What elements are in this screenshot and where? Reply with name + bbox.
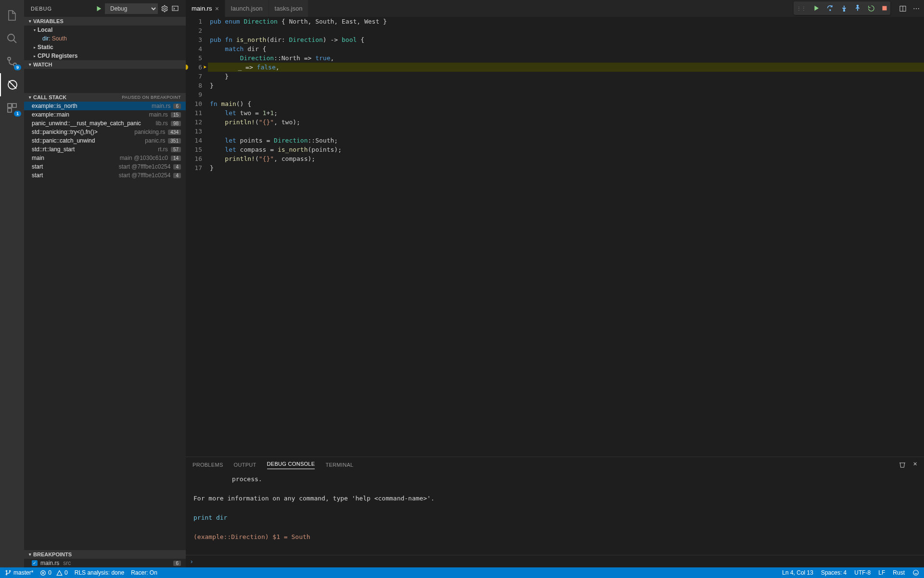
breakpoint-checkbox[interactable]: ✓ [32,560,38,566]
svg-point-14 [913,8,914,9]
callstack-frame[interactable]: std::panicking::try<(),fn()>panicking.rs… [24,128,186,136]
panel-tab-terminal[interactable]: TERMINAL [325,462,353,468]
svg-point-0 [8,34,14,41]
stop-icon[interactable] [882,5,887,11]
svg-rect-8 [172,6,178,10]
step-out-icon[interactable] [854,5,861,12]
gear-icon[interactable] [161,5,168,13]
callstack-frame[interactable]: std::rt::lang_startrt.rs57 [24,145,186,154]
callstack-state: PAUSED ON BREAKPOINT [122,95,181,100]
debug-console-input[interactable]: › [186,555,924,567]
svg-point-16 [918,8,919,9]
section-watch[interactable]: ▾WATCH [24,60,186,69]
svg-point-10 [844,10,845,12]
callstack-frame[interactable]: startstart @7fffbe1c02544 [24,162,186,171]
callstack-frame[interactable]: startstart @7fffbe1c02544 [24,171,186,180]
callstack-frame[interactable]: std::panic::catch_unwindpanic.rs351 [24,136,186,145]
continue-icon[interactable] [813,5,820,12]
step-into-icon[interactable] [841,5,847,12]
toolbar-grip-icon[interactable]: ⋮⋮ [796,6,806,11]
start-debug-icon[interactable] [95,5,102,12]
svg-rect-4 [8,104,12,107]
status-encoding[interactable]: UTF-8 [854,569,871,576]
debug-title: DEBUG [31,6,52,12]
scope-static[interactable]: ▸Static [24,43,186,52]
svg-rect-6 [8,108,12,112]
close-tab-icon[interactable]: × [215,5,219,13]
debug-toolbar: ⋮⋮ [794,1,890,15]
section-callstack[interactable]: ▾CALL STACK PAUSED ON BREAKPOINT [24,93,186,102]
code-editor[interactable]: 1234567891011121314151617 pub enum Direc… [186,17,924,457]
scope-cpu-registers[interactable]: ▸CPU Registers [24,52,186,60]
callstack-frame[interactable]: example::is_northmain.rs6 [24,102,186,110]
extensions-icon[interactable]: 1 [0,96,24,119]
restart-icon[interactable] [868,5,875,12]
svg-point-18 [6,574,7,575]
svg-point-1 [8,57,11,60]
debug-console-toggle-icon[interactable] [171,5,179,13]
feedback-icon[interactable] [912,569,919,576]
debug-icon[interactable] [0,73,24,96]
activity-bar: 9 1 [0,0,24,567]
svg-point-17 [6,570,7,571]
status-errors[interactable]: 0 0 [40,569,67,576]
extensions-badge: 1 [14,111,21,117]
status-position[interactable]: Ln 4, Col 13 [782,569,813,576]
debug-console-output: process. For more information on any com… [186,473,924,555]
svg-point-21 [913,570,919,576]
scm-icon[interactable]: 9 [0,50,24,73]
panel-tab-output[interactable]: OUTPUT [234,462,257,468]
clear-console-icon[interactable] [898,461,906,469]
variable-dir[interactable]: dir: South [24,34,186,43]
svg-point-11 [857,5,859,6]
status-eol[interactable]: LF [878,569,885,576]
debug-config-select[interactable]: Debug [105,3,158,14]
status-rls[interactable]: RLS analysis: done [75,569,124,576]
svg-point-15 [916,8,917,9]
section-breakpoints[interactable]: ▾BREAKPOINTS [24,550,186,559]
callstack-frame[interactable]: panic_unwind::__rust_maybe_catch_panicli… [24,119,186,128]
svg-point-9 [830,10,831,11]
scm-badge: 9 [14,65,21,70]
callstack-frame[interactable]: mainmain @1030c61c014 [24,154,186,162]
editor-tab[interactable]: tasks.json [269,0,309,17]
editor-tab[interactable]: main.rs× [186,0,225,17]
more-actions-icon[interactable] [912,5,920,13]
section-variables[interactable]: ▾VARIABLES [24,17,186,26]
status-racer[interactable]: Racer: On [131,569,157,576]
panel-tab-debug-console[interactable]: DEBUG CONSOLE [267,461,315,469]
svg-point-19 [9,570,10,571]
close-panel-icon[interactable]: ✕ [913,461,917,469]
editor-tabs: main.rs×launch.jsontasks.json ⋮⋮ [186,0,924,17]
callstack-frame[interactable]: example::mainmain.rs15 [24,110,186,119]
status-spaces[interactable]: Spaces: 4 [821,569,847,576]
svg-rect-5 [13,104,16,107]
breakpoint-item[interactable]: ✓ main.rs src 6 [24,559,186,567]
search-icon[interactable] [0,27,24,50]
status-language[interactable]: Rust [893,569,905,576]
panel-tab-problems[interactable]: PROBLEMS [192,462,223,468]
explorer-icon[interactable] [0,4,24,27]
status-bar: master* 0 0 RLS analysis: done Racer: On… [0,567,924,578]
split-editor-icon[interactable] [899,5,907,13]
debug-sidebar: DEBUG Debug ▾VARIABLES ▾Local [24,0,186,567]
svg-rect-12 [883,6,887,11]
status-branch[interactable]: master* [5,569,33,576]
editor-tab[interactable]: launch.json [225,0,269,17]
step-over-icon[interactable] [826,4,834,12]
scope-local[interactable]: ▾Local [24,26,186,34]
svg-point-7 [164,8,166,10]
